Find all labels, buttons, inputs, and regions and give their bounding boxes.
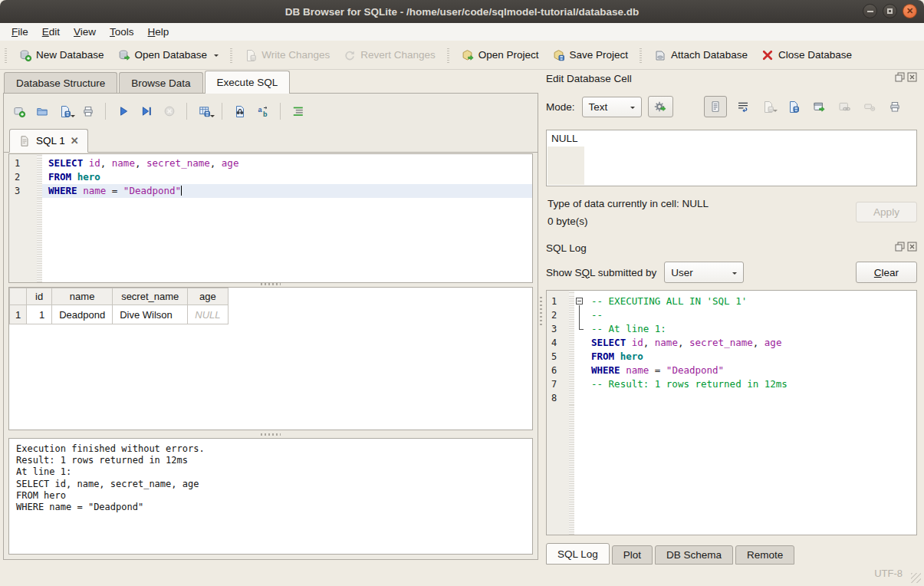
- fold-spacer: [574, 364, 585, 377]
- export-results-icon[interactable]: [194, 101, 215, 121]
- write-changes-button[interactable]: Write Changes: [238, 46, 337, 64]
- editor-line[interactable]: 3WHERE name = "Deadpond": [9, 184, 532, 198]
- column-header-secret-name[interactable]: secret_name: [113, 288, 188, 305]
- close-panel-icon[interactable]: [907, 72, 917, 84]
- float-panel-icon[interactable]: [895, 242, 905, 254]
- table-row: 11DeadpondDive WilsonNULL: [10, 305, 229, 324]
- close-database-button[interactable]: Close Database: [755, 46, 859, 64]
- encoding-indicator: UTF-8: [874, 568, 903, 579]
- minimize-icon[interactable]: [863, 4, 877, 18]
- mode-select[interactable]: Text: [582, 97, 642, 117]
- execution-message: Execution finished without errors. Resul…: [8, 438, 533, 555]
- splitter-handle[interactable]: [8, 431, 533, 437]
- log-line[interactable]: 2--: [547, 308, 916, 322]
- close-database-icon: [761, 49, 774, 61]
- execute-all-icon[interactable]: [113, 101, 133, 121]
- sql-editor[interactable]: 1SELECT id, name, secret_name, age2FROM …: [8, 153, 533, 283]
- log-line[interactable]: 5FROM hero: [547, 350, 916, 364]
- stop-icon[interactable]: [159, 101, 179, 121]
- cell[interactable]: Deadpond: [52, 305, 113, 324]
- line-number: 6: [547, 364, 569, 377]
- attach-database-button[interactable]: Attach Database: [647, 46, 755, 64]
- execute-line-icon[interactable]: [136, 101, 156, 121]
- close-panel-icon[interactable]: [907, 242, 917, 254]
- tab-execute-sql[interactable]: Execute SQL: [205, 71, 291, 94]
- save-sql-file-icon[interactable]: [54, 101, 75, 121]
- window-title: DB Browser for SQLite - /home/user/code/…: [285, 6, 639, 18]
- column-header-name[interactable]: name: [52, 288, 113, 305]
- chevron-down-icon[interactable]: [214, 54, 219, 59]
- code-text: FROM hero: [42, 170, 100, 184]
- text-caret: [181, 186, 182, 196]
- corner-header[interactable]: [10, 288, 27, 305]
- close-icon[interactable]: [903, 4, 917, 18]
- clear-button[interactable]: Clear: [856, 262, 917, 283]
- apply-cell-icon[interactable]: [810, 97, 828, 116]
- menu-edit[interactable]: Edit: [35, 25, 67, 39]
- apply-button[interactable]: Apply: [856, 202, 917, 222]
- menu-view[interactable]: View: [67, 25, 103, 39]
- open-database-button[interactable]: Open Database: [111, 46, 226, 64]
- menu-help[interactable]: Help: [141, 25, 176, 39]
- cell[interactable]: Dive Wilson: [113, 305, 188, 324]
- word-wrap-icon[interactable]: [734, 97, 752, 116]
- set-null-icon[interactable]: [860, 97, 879, 116]
- close-tab-icon[interactable]: ✕: [71, 135, 79, 146]
- open-project-button[interactable]: Open Project: [455, 46, 546, 64]
- tab-database-structure[interactable]: Database Structure: [4, 72, 117, 94]
- print-icon[interactable]: [77, 101, 98, 121]
- tab-browse-data[interactable]: Browse Data: [119, 72, 202, 94]
- log-line[interactable]: 3-- At line 1:: [547, 322, 916, 336]
- line-number: 2: [547, 308, 569, 322]
- line-number: 2: [9, 170, 37, 184]
- cell-size-info: 0 byte(s): [547, 216, 588, 227]
- titlebar[interactable]: DB Browser for SQLite - /home/user/code/…: [0, 0, 924, 23]
- import-file-icon[interactable]: [759, 97, 778, 116]
- attach-database-icon: [654, 49, 666, 61]
- cell-editor-toolbar: [704, 96, 904, 117]
- revert-changes-button[interactable]: Revert Changes: [337, 46, 442, 64]
- menu-file[interactable]: File: [5, 25, 35, 39]
- save-project-button[interactable]: Save Project: [546, 46, 636, 64]
- format-sql-icon[interactable]: [288, 101, 308, 121]
- sql-log-view[interactable]: 1-- EXECUTING ALL IN 'SQL 1'2--3-- At li…: [546, 290, 917, 535]
- row-header[interactable]: 1: [10, 305, 27, 324]
- float-panel-icon[interactable]: [895, 72, 905, 84]
- sql-tab[interactable]: SQL 1 ✕: [9, 129, 88, 153]
- find-replace-icon[interactable]: ab: [252, 101, 273, 121]
- collapse-box-icon[interactable]: [576, 298, 583, 305]
- export-file-icon[interactable]: [784, 97, 803, 116]
- toolbar-grip: [5, 48, 7, 63]
- fold-marker[interactable]: [574, 295, 585, 308]
- column-header-id[interactable]: id: [27, 288, 52, 305]
- log-line[interactable]: 1-- EXECUTING ALL IN 'SQL 1': [547, 295, 916, 308]
- menu-tools[interactable]: Tools: [103, 25, 141, 39]
- open-sql-file-icon[interactable]: [31, 101, 52, 121]
- log-line[interactable]: 8: [547, 391, 916, 405]
- mode-label: Mode:: [546, 101, 575, 113]
- find-icon[interactable]: [229, 101, 250, 121]
- gear-apply-icon[interactable]: [648, 96, 673, 117]
- cell-editor[interactable]: NULL: [546, 130, 917, 186]
- vertical-splitter-handle[interactable]: [540, 296, 542, 325]
- fold-margin: [569, 350, 574, 364]
- new-database-button[interactable]: New Database: [12, 46, 111, 64]
- log-line[interactable]: 4SELECT id, name, secret_name, age: [547, 336, 916, 350]
- editor-line[interactable]: 1SELECT id, name, secret_name, age: [9, 156, 532, 170]
- resize-grip-icon[interactable]: [911, 573, 921, 583]
- external-app-icon[interactable]: [835, 97, 853, 116]
- submitted-by-select[interactable]: User: [664, 262, 744, 283]
- editor-line[interactable]: 2FROM hero: [9, 170, 532, 184]
- maximize-icon[interactable]: [883, 4, 897, 18]
- column-header-age[interactable]: age: [188, 288, 228, 305]
- log-line[interactable]: 7-- Result: 1 rows returned in 12ms: [547, 377, 916, 391]
- code-text: [585, 391, 591, 405]
- cell[interactable]: 1: [27, 305, 52, 324]
- splitter-handle[interactable]: [8, 282, 533, 286]
- log-line[interactable]: 6WHERE name = "Deadpond": [547, 364, 916, 377]
- print-cell-icon[interactable]: [886, 97, 904, 116]
- cell[interactable]: NULL: [188, 305, 228, 324]
- text-mode-icon[interactable]: [704, 96, 727, 117]
- new-tab-icon[interactable]: [8, 101, 29, 121]
- right-dock: Edit Database Cell Mode: Text NULL Type …: [544, 70, 922, 567]
